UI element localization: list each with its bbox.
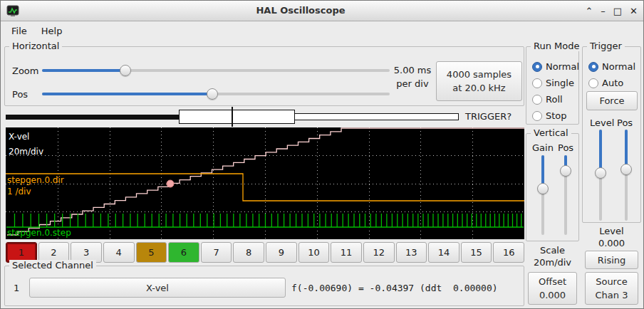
channel-button-12[interactable]: 12 (363, 242, 395, 263)
scope-display: X-vel20m/divstepgen.0.dir1 /divstepgen.0… (6, 127, 524, 239)
radio-icon (588, 78, 598, 88)
horizontal-pos-label: Pos (12, 89, 28, 100)
scope-svg (6, 127, 524, 239)
trigger-level-readout-value: 0.000 (582, 238, 641, 248)
selected-channel-frame: Selected Channel 1 X-vel f(-0.00690) = -… (4, 266, 524, 306)
record-view-box (179, 110, 295, 124)
horizontal-frame-label: Horizontal (9, 41, 62, 51)
channel-button-5[interactable]: 5 (136, 242, 167, 263)
radio-label: Single (546, 78, 574, 88)
vertical-pos-label: Pos (558, 142, 573, 153)
trigger-pos-label: Pos (617, 117, 633, 128)
radio-label: Normal (602, 61, 635, 72)
channel-name-button[interactable]: X-vel (29, 278, 286, 298)
scope-label-x-vel: X-vel (9, 132, 29, 142)
slider-handle[interactable] (207, 88, 218, 100)
channel-button-16[interactable]: 16 (493, 242, 524, 263)
scope-label-20m-div: 20m/div (9, 147, 43, 157)
halscope-window: HAL Oscilloscope ⌃ – □ ✕ File Help Horiz… (0, 0, 644, 309)
force-button[interactable]: Force (586, 91, 638, 110)
trigger-pos-slider[interactable] (620, 130, 632, 221)
selected-channel-frame-label: Selected Channel (9, 260, 96, 271)
slider-handle[interactable] (537, 183, 549, 194)
radio-stop[interactable]: Stop (532, 110, 579, 121)
window-controls: ⌃ – □ ✕ (585, 1, 638, 21)
channel-button-8[interactable]: 8 (233, 242, 264, 263)
radio-icon (532, 62, 542, 72)
slider-handle[interactable] (620, 164, 632, 175)
trigger-mode-options: NormalAuto (588, 61, 635, 88)
trigger-source-line1: Source (596, 275, 628, 288)
titlebar[interactable]: HAL Oscilloscope ⌃ – □ ✕ (1, 1, 643, 21)
slider-fill (42, 93, 212, 95)
trigger-level-readout-label: Level (582, 226, 641, 236)
scope-label-1-div: 1 /div (7, 187, 31, 197)
offset-button[interactable]: Offset 0.000 (528, 272, 577, 305)
radio-label: Roll (546, 94, 563, 105)
minimize-icon[interactable]: – (601, 6, 606, 16)
radio-roll[interactable]: Roll (532, 94, 579, 105)
channel-button-10[interactable]: 10 (298, 242, 330, 263)
trigger-level-slider[interactable] (595, 130, 606, 221)
radio-auto[interactable]: Auto (588, 78, 635, 88)
selected-channel-number: 1 (14, 283, 19, 293)
record-tail-bar (294, 113, 459, 120)
radio-icon (532, 78, 542, 88)
slider-trough[interactable] (541, 155, 544, 235)
channel-button-6[interactable]: 6 (168, 242, 199, 263)
channel-button-9[interactable]: 9 (266, 242, 297, 263)
trigger-frame: Trigger NormalAuto Force Level Pos (582, 46, 641, 223)
horizontal-frame: Horizontal Zoom Pos 5.00 ms per div 4000… (4, 46, 524, 106)
menu-file[interactable]: File (5, 23, 33, 38)
maximize-icon[interactable]: □ (613, 6, 622, 16)
horizontal-pos-slider[interactable] (42, 88, 390, 100)
slider-fill (42, 69, 125, 72)
trigger-status: TRIGGER? (465, 111, 511, 122)
zoom-label: Zoom (12, 66, 38, 76)
time-scale-unit: per div (392, 77, 433, 90)
vertical-scale-value: 20m/div (526, 257, 579, 268)
gain-label: Gain (532, 142, 554, 153)
channel-button-7[interactable]: 7 (201, 242, 232, 263)
menubar: File Help (1, 21, 643, 40)
trigger-edge-button[interactable]: Rising (585, 251, 638, 269)
step-trace (6, 214, 524, 227)
close-icon[interactable]: ✕ (630, 6, 638, 16)
trigger-frame-label: Trigger (587, 41, 625, 51)
trigger-source-button[interactable]: Source Chan 3 (585, 272, 638, 305)
radio-normal[interactable]: Normal (532, 61, 579, 72)
samples-button[interactable]: 4000 samples at 20.0 kHz (436, 61, 522, 101)
channel-button-4[interactable]: 4 (103, 242, 135, 263)
slider-handle[interactable] (120, 65, 131, 76)
time-scale-value: 5.00 ms (392, 63, 433, 77)
channel-button-11[interactable]: 11 (331, 242, 362, 263)
radio-normal[interactable]: Normal (588, 61, 635, 72)
samples-line1: 4000 samples (447, 68, 511, 81)
slider-handle[interactable] (560, 165, 571, 177)
scope-label-stepgen-0-step: stepgen.0.step (7, 228, 71, 238)
channel-button-15[interactable]: 15 (461, 242, 492, 263)
selected-sample-marker (167, 180, 174, 187)
gain-slider[interactable] (537, 155, 549, 235)
offset-line2: 0.000 (539, 288, 566, 302)
window-title: HAL Oscilloscope (1, 1, 601, 21)
zoom-slider[interactable] (42, 65, 390, 76)
channel-button-13[interactable]: 13 (396, 242, 427, 263)
radio-label: Stop (546, 110, 567, 121)
record-extent-bar (6, 115, 180, 120)
offset-line1: Offset (539, 275, 566, 288)
run-mode-frame: Run Mode NormalSingleRollStop (526, 46, 579, 125)
scope-label-stepgen-0-dir: stepgen.0.dir (7, 175, 64, 185)
radio-single[interactable]: Single (532, 78, 579, 88)
slider-trough[interactable] (42, 69, 390, 72)
vertical-frame: Vertical Gain Pos (526, 133, 579, 241)
radio-icon (532, 111, 542, 121)
run-mode-frame-label: Run Mode (531, 41, 582, 51)
radio-icon (532, 95, 542, 105)
channel-button-14[interactable]: 14 (428, 242, 459, 263)
slider-handle[interactable] (595, 167, 606, 179)
shade-icon[interactable]: ⌃ (585, 6, 593, 16)
menu-help[interactable]: Help (35, 23, 69, 38)
samples-line2: at 20.0 kHz (452, 81, 505, 95)
vertical-pos-slider[interactable] (560, 155, 571, 235)
